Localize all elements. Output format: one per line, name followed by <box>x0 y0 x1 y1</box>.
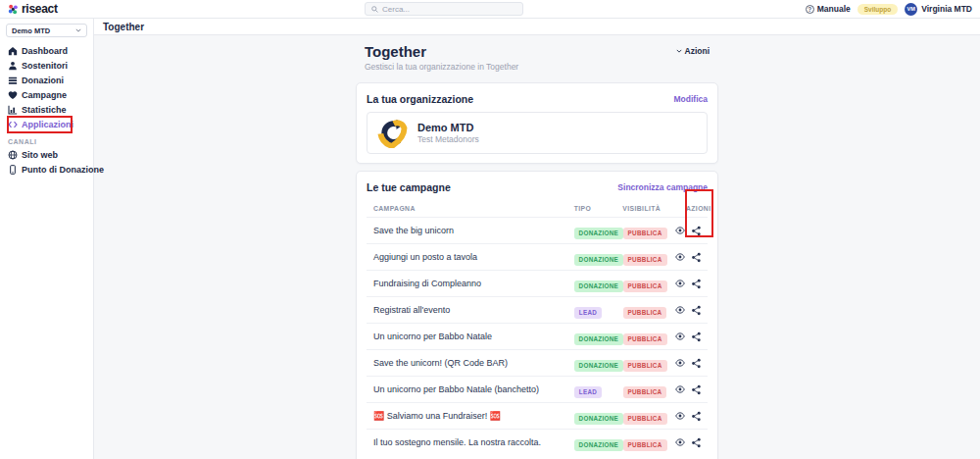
column-campagna: CAMPAGNA <box>367 205 574 212</box>
column-azioni: AZIONI <box>675 205 708 212</box>
organization-item[interactable]: Demo MTD Test Metadonors <box>367 112 708 154</box>
sidebar-section-canali: CANALI <box>8 137 87 147</box>
globe-icon <box>8 150 18 160</box>
main-area: Together Together Gestisci la tua organi… <box>94 19 980 459</box>
campaign-type-badge: DONAZIONE <box>574 254 623 266</box>
org-name: Demo MTD <box>417 122 479 133</box>
campaigns-table-body: Save the big unicorn DONAZIONE PUBBLICA <box>367 217 708 455</box>
campaign-visibility-badge: PUBBLICA <box>623 254 667 266</box>
sidebar-item-statistiche[interactable]: Statistiche <box>6 102 87 117</box>
campaign-visibility-badge: PUBBLICA <box>623 333 667 345</box>
home-icon <box>8 46 18 56</box>
share-icon[interactable] <box>692 411 701 422</box>
actions-dropdown[interactable]: Azioni <box>676 46 710 56</box>
share-icon[interactable] <box>692 226 701 236</box>
search-icon <box>371 6 378 13</box>
share-icon[interactable] <box>692 305 701 316</box>
brand-name: riseact <box>22 2 58 16</box>
preview-eye-icon[interactable] <box>675 253 685 261</box>
preview-eye-icon[interactable] <box>675 412 685 420</box>
campaign-name: Un unicorno per Babbo Natale <box>367 332 574 341</box>
preview-eye-icon[interactable] <box>675 332 685 340</box>
campaigns-card: Le tue campagne Sincronizza campagne CAM… <box>356 171 718 459</box>
page-title: Together <box>365 43 518 61</box>
campaign-type-badge: DONAZIONE <box>574 228 623 239</box>
person-icon <box>8 61 18 71</box>
avatar: VM <box>905 3 917 16</box>
campaign-type-badge: DONAZIONE <box>574 360 623 372</box>
page-title-block: Together Gestisci la tua organizzazione … <box>365 43 518 72</box>
preview-eye-icon[interactable] <box>675 280 685 287</box>
sidebar-item-campagne[interactable]: Campagne <box>6 87 87 102</box>
riseact-logo[interactable]: riseact <box>8 2 58 16</box>
campaign-name: Registrati all'evento <box>367 305 574 315</box>
share-icon[interactable] <box>692 279 701 289</box>
organization-card: La tua organizzazione Modifica Demo MTD … <box>356 82 718 164</box>
riseact-logo-icon <box>8 4 19 15</box>
search-input[interactable]: Cerca... <box>365 2 523 16</box>
campaign-name: Un unicorno per Babbo Natale (banchetto) <box>367 384 574 394</box>
together-org-logo <box>375 118 409 148</box>
topbar: riseact Cerca... ? Manuale Sviluppo VM V… <box>0 0 980 19</box>
share-icon[interactable] <box>692 437 701 448</box>
preview-eye-icon[interactable] <box>675 438 685 446</box>
campaign-type-badge: DONAZIONE <box>574 413 623 425</box>
chevron-down-icon <box>75 28 81 32</box>
campaigns-table-header: CAMPAGNA TIPO VISIBILITÀ AZIONI <box>367 200 708 217</box>
preview-eye-icon[interactable] <box>675 359 685 367</box>
preview-eye-icon[interactable] <box>675 227 685 234</box>
share-icon[interactable] <box>692 384 701 395</box>
help-icon: ? <box>806 5 814 14</box>
table-row: Fundraising di Compleanno DONAZIONE PUBB… <box>367 270 708 296</box>
org-subtitle: Test Metadonors <box>417 134 479 144</box>
campaign-name: Fundraising di Compleanno <box>367 279 574 288</box>
campaign-name: Save the big unicorn <box>367 226 574 235</box>
table-row: Registrati all'evento LEAD PUBBLICA <box>367 296 708 323</box>
campaign-name: Save the unicorn! (QR Code BAR) <box>367 358 574 368</box>
org-selector[interactable]: Demo MTD <box>6 24 87 37</box>
campaign-type-badge: LEAD <box>574 386 602 398</box>
preview-eye-icon[interactable] <box>675 385 685 393</box>
share-icon[interactable] <box>692 332 701 342</box>
org-selector-value: Demo MTD <box>12 26 50 35</box>
user-menu[interactable]: VM Virginia MTD <box>905 3 972 16</box>
column-tipo: TIPO <box>574 205 623 212</box>
table-row: Un unicorno per Babbo Natale DONAZIONE P… <box>367 323 708 349</box>
sincronizza-campagne-link[interactable]: Sincronizza campagne <box>617 182 708 192</box>
sidebar-item-sito-web[interactable]: Sito web <box>6 147 87 162</box>
campaign-visibility-badge: PUBBLICA <box>623 413 667 425</box>
table-row: Save the unicorn! (QR Code BAR) DONAZION… <box>367 349 708 376</box>
chart-icon <box>8 105 18 115</box>
breadcrumb-bar: Together <box>94 19 980 35</box>
topbar-right: ? Manuale Sviluppo VM Virginia MTD <box>806 3 972 16</box>
phone-icon <box>8 165 18 175</box>
campaign-visibility-badge: PUBBLICA <box>623 386 667 398</box>
campaign-type-badge: DONAZIONE <box>574 439 623 451</box>
campaigns-card-title: Le tue campagne <box>367 181 451 193</box>
sidebar-item-punto-di-donazione[interactable]: Punto di Donazione <box>6 162 87 177</box>
breadcrumb[interactable]: Together <box>103 22 144 32</box>
sidebar-item-sostenitori[interactable]: Sostenitori <box>6 58 87 73</box>
campaign-type-badge: DONAZIONE <box>574 280 623 292</box>
chevron-down-icon <box>676 49 682 53</box>
share-icon[interactable] <box>692 252 701 263</box>
column-visibilita: VISIBILITÀ <box>622 205 675 212</box>
campaign-visibility-badge: PUBBLICA <box>623 439 667 451</box>
sidebar-item-donazioni[interactable]: Donazioni <box>6 73 87 87</box>
code-icon <box>8 120 18 129</box>
manual-label: Manuale <box>817 4 851 14</box>
sidebar-item-dashboard[interactable]: Dashboard <box>6 43 87 58</box>
campaign-name: Il tuo sostegno mensile. La nostra racco… <box>367 437 574 447</box>
table-row: Un unicorno per Babbo Natale (banchetto)… <box>367 376 708 402</box>
modifica-link[interactable]: Modifica <box>674 94 708 104</box>
sidebar: Demo MTD Dashboard Sostenitori D <box>0 19 94 459</box>
preview-eye-icon[interactable] <box>675 306 685 314</box>
table-row: Aggiungi un posto a tavola DONAZIONE PUB… <box>367 243 708 270</box>
table-row: Save the big unicorn DONAZIONE PUBBLICA <box>367 217 708 243</box>
page-subtitle: Gestisci la tua organizzazione in Togeth… <box>365 62 518 72</box>
manual-link[interactable]: ? Manuale <box>806 4 851 14</box>
share-icon[interactable] <box>692 358 701 369</box>
environment-badge: Sviluppo <box>858 4 898 15</box>
sidebar-item-applicazioni[interactable]: Applicazioni <box>6 117 87 131</box>
search-placeholder: Cerca... <box>382 5 410 14</box>
